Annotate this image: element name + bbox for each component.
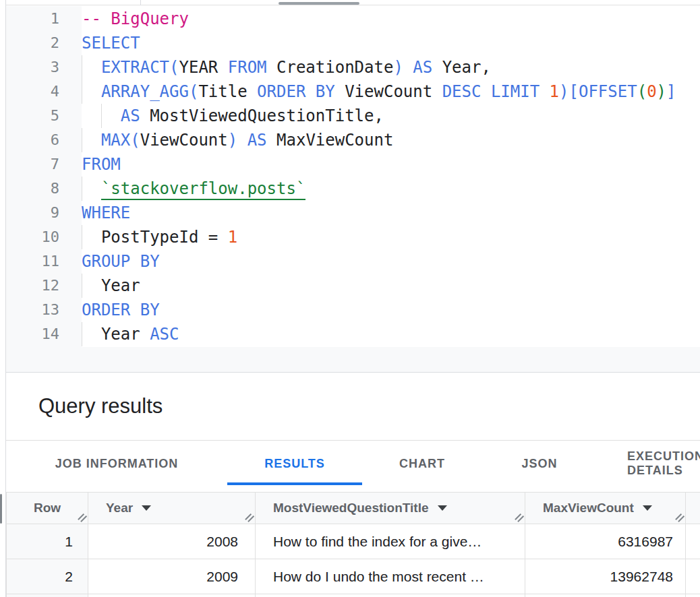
code-line: 3 EXTRACT(YEAR FROM CreationDate) AS Yea… <box>6 55 700 80</box>
code-text: Year <box>82 274 700 298</box>
indent-guide <box>82 177 82 201</box>
line-number: 8 <box>6 177 82 201</box>
sort-dropdown-icon[interactable] <box>142 505 151 511</box>
line-number: 13 <box>6 298 82 322</box>
cell-extra <box>686 524 700 559</box>
sql-editor[interactable]: 1-- BigQuery2SELECT3 EXTRACT(YEAR FROM C… <box>6 6 700 373</box>
sort-dropdown-icon[interactable] <box>438 505 447 511</box>
tab-results[interactable]: RESULTS <box>227 441 362 486</box>
code-text: FROM <box>82 152 700 177</box>
column-header-extra <box>686 493 700 524</box>
code-text: ORDER BY <box>82 298 700 322</box>
column-resize-handle[interactable] <box>514 513 523 522</box>
token-pb: ( <box>189 82 198 101</box>
column-resize-handle[interactable] <box>244 513 254 522</box>
line-number: 7 <box>6 152 82 177</box>
editor-top-scrollbar-track <box>6 0 700 5</box>
cell-max-view-count: 13962748 <box>525 559 686 594</box>
line-number: 14 <box>6 322 82 346</box>
token-kw: ORDER BY <box>257 82 335 101</box>
line-number: 9 <box>6 201 82 225</box>
column-resize-handle[interactable] <box>77 513 86 522</box>
code-line: 5 AS MostViewedQuestionTitle, <box>6 104 700 128</box>
token-kw: WHERE <box>82 203 130 222</box>
column-header-label: MostViewedQuestionTitle <box>273 501 429 515</box>
cell-extra <box>686 559 700 594</box>
table-reference-link[interactable]: `stackoverflow.posts` <box>101 179 305 200</box>
line-number: 10 <box>6 225 82 249</box>
code-text: AS MostViewedQuestionTitle, <box>82 104 700 128</box>
token-kw: EXTRACT <box>101 58 169 77</box>
code-line: 6 MAX(ViewCount) AS MaxViewCount <box>6 128 700 152</box>
cell-year: 2008 <box>88 524 256 559</box>
tab-chart[interactable]: CHART <box>362 441 482 486</box>
code-text: Year ASC <box>82 322 700 346</box>
code-line: 8 `stackoverflow.posts` <box>6 177 700 201</box>
column-header-label: Year <box>106 501 133 515</box>
editor-horizontal-scrollbar-thumb[interactable] <box>279 2 359 5</box>
sort-dropdown-icon[interactable] <box>643 505 652 511</box>
editor-code-area: 1-- BigQuery2SELECT3 EXTRACT(YEAR FROM C… <box>6 6 700 346</box>
code-line: 13ORDER BY <box>6 298 700 322</box>
token-kw: FROM <box>228 58 267 77</box>
column-header-year: Year <box>88 493 256 524</box>
line-number: 6 <box>6 128 82 152</box>
token-plain: ViewCount <box>335 82 442 101</box>
results-tab-bar: JOB INFORMATION RESULTS CHART JSON EXECU… <box>6 441 700 486</box>
token-kw: ARRAY_AGG <box>101 82 189 101</box>
cell-most-viewed-question-title: How do I undo the most recent … <box>256 559 525 594</box>
table-row: 12008How to find the index for a give…63… <box>7 524 700 559</box>
cell-partial <box>7 594 88 597</box>
token-num: 0 <box>647 82 656 101</box>
indent-guide <box>82 128 82 152</box>
token-kw: GROUP BY <box>82 252 160 271</box>
line-number: 1 <box>6 7 82 31</box>
code-text: `stackoverflow.posts` <box>82 177 700 201</box>
cell-max-view-count: 6316987 <box>525 524 686 559</box>
code-text: GROUP BY <box>82 249 700 274</box>
code-line: 1-- BigQuery <box>6 7 700 31</box>
left-vertical-scrollbar-thumb[interactable] <box>0 494 2 524</box>
code-line: 7FROM <box>6 152 700 177</box>
token-kw: LIMIT <box>491 82 539 101</box>
line-number: 2 <box>6 31 82 55</box>
token-kw: OFFSET <box>579 82 637 101</box>
column-header-maxviewcount: MaxViewCount <box>525 493 686 524</box>
token-pb: )[ <box>559 82 579 101</box>
code-line: 4 ARRAY_AGG(Title ORDER BY ViewCount DES… <box>6 80 700 104</box>
indent-guide <box>101 104 102 128</box>
cell-most-viewed-question-title: How to find the index for a give… <box>256 524 525 559</box>
code-text: SELECT <box>82 31 700 55</box>
table-header-row: RowYearMostViewedQuestionTitleMaxViewCou… <box>7 493 700 524</box>
token-plain: MaxViewCount <box>267 131 394 150</box>
cell-row-number: 1 <box>7 524 88 559</box>
token-kw: AS <box>413 58 432 77</box>
tab-results-label: RESULTS <box>264 457 325 471</box>
token-pb: ] <box>666 82 676 101</box>
results-table: RowYearMostViewedQuestionTitleMaxViewCou… <box>6 492 700 597</box>
table-row: 22009How do I undo the most recent …1396… <box>7 559 700 594</box>
code-line: 14 Year ASC <box>6 322 700 346</box>
token-num: 1 <box>228 228 237 247</box>
token-plain <box>82 58 101 77</box>
token-kw: MAX <box>101 131 130 150</box>
token-plain: YEAR <box>179 58 228 77</box>
indent-guide <box>82 322 82 346</box>
token-plain: PostTypeId = <box>82 228 228 247</box>
query-results-title: Query results <box>6 373 700 418</box>
column-header-mostviewedquestiontitle: MostViewedQuestionTitle <box>256 493 525 524</box>
token-plain: Year, <box>432 58 491 77</box>
code-text: PostTypeId = 1 <box>82 225 700 249</box>
code-text: ARRAY_AGG(Title ORDER BY ViewCount DESC … <box>82 80 700 104</box>
tab-job-information[interactable]: JOB INFORMATION <box>6 441 227 486</box>
token-comment: -- BigQuery <box>82 9 189 28</box>
tab-execution-details[interactable]: EXECUTION DETAILS <box>597 441 700 486</box>
cell-year: 2009 <box>88 559 256 594</box>
indent-guide <box>82 274 82 298</box>
tab-json[interactable]: JSON <box>482 441 597 486</box>
bigquery-console: 1-- BigQuery2SELECT3 EXTRACT(YEAR FROM C… <box>0 0 700 597</box>
cell-partial <box>686 594 700 597</box>
cell-partial <box>525 594 686 597</box>
code-line: 11GROUP BY <box>6 249 700 274</box>
column-resize-handle[interactable] <box>674 513 684 522</box>
